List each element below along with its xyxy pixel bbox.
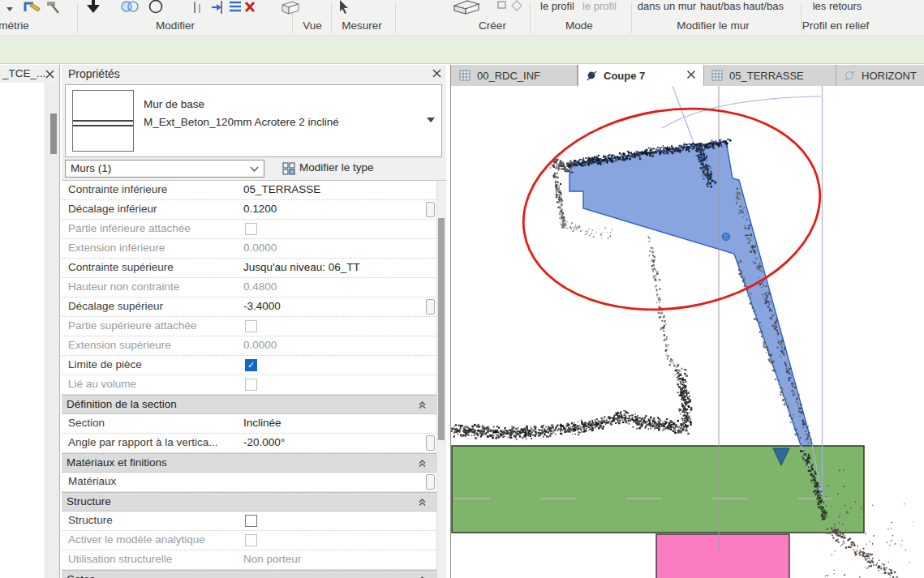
property-label: Angle par rapport à la vertica... [68, 436, 237, 448]
associate-param-button-d-calage-sup-rieur[interactable] [426, 299, 435, 315]
collapse-chevron-icon[interactable] [418, 498, 427, 507]
property-value-contrainte-sup-rieure[interactable]: Jusqu'au niveau: 06_TT [243, 261, 420, 273]
collapse-chevron-icon[interactable] [418, 459, 427, 469]
property-row-mat-riaux[interactable]: Matériaux [62, 473, 436, 492]
property-label: Décalage supérieur [68, 300, 237, 312]
drawing-area-coupe-7[interactable] [451, 86, 924, 578]
edit-geometry-icon[interactable] [23, 0, 42, 18]
type-selector-caret-icon[interactable] [426, 116, 436, 123]
property-row-contrainte-sup-rieure[interactable]: Contrainte supérieureJusqu'au niveau: 06… [62, 259, 436, 278]
checkbox-structure[interactable] [245, 515, 257, 527]
caption-reinitialiser-le-profil: le profil [582, 0, 617, 13]
property-value-extension-inf-rieure[interactable]: 0.0000 [243, 242, 420, 254]
property-group-cotes[interactable]: Cotes [62, 570, 436, 578]
left-dock-content [0, 83, 45, 578]
tool-hammer-icon[interactable] [45, 0, 62, 18]
view-tab-label: 00_RDC_INF [477, 70, 540, 82]
list-lines-icon[interactable] [228, 0, 243, 18]
small-rect-icon[interactable] [496, 0, 508, 15]
caption-modifier-le-profil[interactable]: le profil [540, 0, 574, 13]
associate-param-button-mat-riaux[interactable] [426, 474, 435, 490]
plan-view-icon [711, 70, 724, 81]
property-row-d-calage-inf-rieur[interactable]: Décalage inférieur0.1200 [62, 200, 436, 220]
tab-close-icon[interactable] [686, 70, 696, 82]
checkbox-partie-sup-rieure-attach-e[interactable] [245, 320, 257, 332]
property-row-angle-par-rapport-la-vertica[interactable]: Angle par rapport à la vertica...-20.000… [62, 434, 436, 453]
edit-type-button[interactable]: Modifier le type [281, 160, 443, 178]
revit-application-window: le profil le profil dans un mur haut/bas… [0, 0, 924, 578]
property-row-section[interactable]: SectionInclinée [62, 414, 436, 434]
property-row-partie-inf-rieure-attach-e[interactable]: Partie inférieure attachée [62, 220, 436, 239]
checkbox-li-au-volume[interactable] [245, 379, 257, 391]
property-row-partie-sup-rieure-attach-e[interactable]: Partie supérieure attachée [62, 317, 436, 336]
property-row-structure[interactable]: Structure [62, 512, 436, 531]
caption-attacher-haut-bas[interactable]: haut/bas [700, 0, 741, 13]
property-row-limite-de-pi-ce[interactable]: Limite de pièce✓ [62, 356, 436, 375]
view-tab-05-terrasse[interactable]: 05_TERRASSE [704, 65, 836, 86]
left-dock-scrollbar[interactable] [45, 83, 59, 578]
align-icon[interactable] [210, 0, 226, 18]
selection-filter-combo[interactable]: Murs (1) [65, 160, 264, 178]
property-value-d-calage-inf-rieur[interactable]: 0.1200 [243, 203, 420, 215]
property-row-activer-le-mod-le-analytique[interactable]: Activer le modèle analytique [62, 531, 436, 550]
property-label: Hauteur non contrainte [68, 280, 237, 293]
property-value-hauteur-non-contrainte[interactable]: 0.4800 [243, 280, 420, 293]
delete-red-x-icon[interactable] [243, 0, 256, 18]
associate-param-button-angle-par-rapport-la-vertica[interactable] [426, 435, 435, 451]
property-row-li-au-volume[interactable]: Lié au volume [62, 375, 436, 395]
caption-les-retours[interactable]: les retours [813, 0, 862, 13]
properties-panel: Propriétés Mur de base M_Ext_Beton_120mm… [62, 65, 446, 578]
property-label: Utilisation structurelle [68, 553, 237, 565]
properties-close-icon[interactable] [432, 68, 443, 79]
property-value-contrainte-inf-rieure[interactable]: 05_TERRASSE [243, 183, 420, 195]
view-tab-00-rdc-inf[interactable]: 00_RDC_INF [452, 65, 578, 86]
view-tab-label: Coupe 7 [604, 70, 645, 82]
associate-param-button-d-calage-inf-rieur[interactable] [426, 202, 435, 217]
dropdown-caret-icon[interactable] [5, 2, 15, 16]
left-dock-panel: _TCE_... [0, 65, 60, 578]
ribbon-group-modifier: Modifier [156, 19, 195, 32]
measure-sticks-icon[interactable] [191, 0, 204, 18]
properties-scroll-thumb[interactable] [438, 218, 445, 440]
property-label: Structure [68, 514, 237, 526]
property-value-extension-sup-rieure[interactable]: 0.0000 [243, 339, 420, 351]
property-row-utilisation-structurelle[interactable]: Utilisation structurelleNon porteur [62, 550, 436, 570]
move-down-arrow-icon[interactable] [84, 0, 102, 18]
property-value-utilisation-structurelle[interactable]: Non porteur [243, 553, 420, 565]
create-cube-icon[interactable] [451, 0, 488, 18]
property-label: Extension inférieure [68, 242, 237, 254]
caption-dans-un-mur[interactable]: dans un mur [638, 0, 696, 13]
property-group-structure[interactable]: Structure [62, 492, 436, 512]
ribbon-group-creer: Créer [479, 19, 506, 32]
type-preview-thumbnail [72, 90, 134, 152]
property-row-extension-inf-rieure[interactable]: Extension inférieure0.0000 [62, 239, 436, 259]
small-diamond-icon[interactable] [511, 0, 522, 15]
property-label: Matériaux [68, 475, 237, 487]
view-cube-icon[interactable] [279, 0, 302, 18]
checkbox-limite-de-pi-ce[interactable]: ✓ [245, 359, 257, 371]
collapse-chevron-icon[interactable] [418, 400, 427, 410]
property-row-contrainte-inf-rieure[interactable]: Contrainte inférieure05_TERRASSE [62, 181, 436, 200]
view-tab-coupe-7[interactable]: Coupe 7 [578, 65, 704, 86]
property-group-d-finition-de-la-section[interactable]: Définition de la section [62, 395, 436, 414]
property-label: Lié au volume [68, 378, 237, 390]
properties-title: Propriétés [68, 67, 120, 80]
measure-cursor-icon[interactable] [337, 0, 353, 18]
circle-tool-icon[interactable] [148, 0, 165, 18]
circles-tool-icon[interactable] [120, 0, 141, 18]
property-value-d-calage-sup-rieur[interactable]: -3.4000 [243, 300, 420, 312]
left-dock-close-icon[interactable] [45, 68, 56, 79]
type-selector[interactable]: Mur de base M_Ext_Beton_120mm Acrotere 2… [65, 84, 442, 157]
property-row-extension-sup-rieure[interactable]: Extension supérieure0.0000 [62, 336, 436, 356]
left-dock-scroll-thumb[interactable] [50, 113, 57, 154]
property-value-section[interactable]: Inclinée [243, 417, 420, 429]
checkbox-activer-le-mod-le-analytique[interactable] [245, 534, 257, 546]
property-group-mat-riaux-et-finitions[interactable]: Matériaux et finitions [62, 453, 436, 473]
property-value-angle-par-rapport-la-vertica[interactable]: -20.000° [243, 436, 420, 448]
caption-detacher-haut-bas[interactable]: haut/bas [743, 0, 784, 13]
view-tab-horizont[interactable]: HORIZONT [836, 65, 924, 86]
property-row-hauteur-non-contrainte[interactable]: Hauteur non contrainte0.4800 [62, 278, 436, 298]
checkbox-partie-inf-rieure-attach-e[interactable] [245, 223, 257, 235]
property-label: Activer le modèle analytique [68, 533, 237, 546]
property-row-d-calage-sup-rieur[interactable]: Décalage supérieur-3.4000 [62, 298, 436, 317]
